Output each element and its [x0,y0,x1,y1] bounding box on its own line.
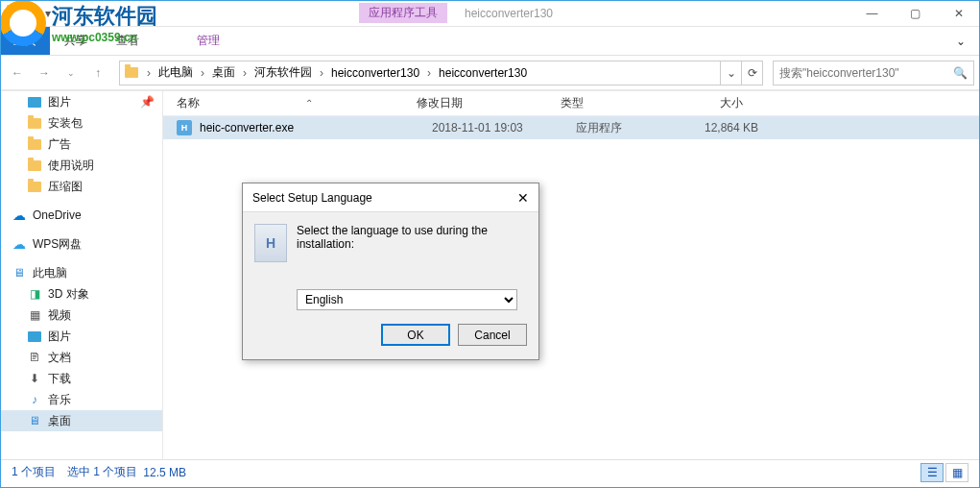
sidebar-item-label: WPS网盘 [33,236,82,253]
ok-button[interactable]: OK [381,324,450,346]
breadcrumb-root[interactable]: 此电脑 [155,64,197,81]
download-icon: ⬇ [27,371,42,386]
language-select[interactable]: English [297,289,517,310]
ribbon: 主页 共享 查看 管理 ⌄ [0,27,980,56]
document-icon: 🖹 [27,350,42,365]
file-row[interactable]: H heic-converter.exe 2018-11-01 19:03 应用… [163,116,980,139]
file-size: 12,864 KB [672,121,758,134]
up-button[interactable]: ↑ [86,61,109,85]
sidebar-item-pictures[interactable]: 图片📌 [0,91,162,112]
file-type: 应用程序 [576,120,672,136]
status-selection: 选中 1 个项目 [67,464,137,480]
file-date: 2018-11-01 19:03 [432,121,576,134]
pc-icon: 🖥 [12,265,27,281]
music-icon: ♪ [27,392,42,407]
minimize-button[interactable]: — [850,0,894,27]
search-icon[interactable]: 🔍 [953,66,968,80]
search-input[interactable]: 🔍 [773,61,974,85]
contextual-tab[interactable]: 应用程序工具 [359,3,447,23]
breadcrumb-item[interactable]: heicconverter130 [435,66,531,80]
status-bar: 1 个项目 选中 1 个项目 12.5 MB ☰ ▦ [0,459,980,484]
tab-share[interactable]: 共享 [50,27,102,55]
dialog-titlebar[interactable]: Select Setup Language ✕ [243,183,538,212]
sidebar-item-videos[interactable]: ▦视频 [0,305,162,326]
view-details-button[interactable]: ☰ [920,463,944,482]
column-name[interactable]: 名称⌃ [177,95,417,111]
sidebar-item-wps[interactable]: ☁WPS网盘 [0,233,162,255]
sidebar-item-compressed[interactable]: 压缩图 [0,176,162,197]
sidebar-item-label: 视频 [48,307,71,324]
sidebar-item-downloads[interactable]: ⬇下载 [0,368,162,389]
breadcrumb-item[interactable]: 桌面 [208,64,239,81]
column-date[interactable]: 修改日期 [417,95,561,111]
recent-dropdown[interactable]: ⌄ [60,61,83,85]
sidebar-item-label: 此电脑 [33,265,67,281]
onedrive-icon: ☁ [12,207,27,223]
close-button[interactable]: ✕ [937,0,980,27]
view-icons-button[interactable]: ▦ [945,463,968,482]
back-button[interactable]: ← [6,61,29,85]
navbar: ← → ⌄ ↑ › 此电脑 › 桌面 › 河东软件园 › heicconvert… [0,56,980,90]
installer-icon: H [254,224,287,262]
tab-home[interactable]: 主页 [0,27,50,55]
tab-manage[interactable]: 管理 [182,27,234,55]
column-headers: 名称⌃ 修改日期 类型 大小 [163,91,980,116]
sidebar-item-pictures2[interactable]: 图片 [0,326,162,347]
properties-icon[interactable]: ▤ [23,6,38,21]
sidebar-item-label: OneDrive [33,208,82,222]
sidebar-item-onedrive[interactable]: ☁OneDrive [0,205,162,226]
sidebar-item-label: 使用说明 [48,158,94,174]
sidebar-item-label: 文档 [48,350,71,366]
exe-icon: H [177,120,192,135]
sidebar-item-music[interactable]: ♪音乐 [0,389,162,410]
cancel-button[interactable]: Cancel [458,324,527,346]
chevron-right-icon[interactable]: › [143,66,155,80]
sidebar-item-label: 3D 对象 [48,286,89,303]
cloud-icon: ☁ [12,236,27,252]
sidebar-item-thispc[interactable]: 🖥此电脑 [0,262,162,283]
sidebar-item-readme[interactable]: 使用说明 [0,155,162,176]
tab-view[interactable]: 查看 [102,27,154,55]
folder-icon [120,67,143,78]
status-size: 12.5 MB [143,466,186,479]
chevron-right-icon[interactable]: › [197,66,208,80]
sidebar-item-ads[interactable]: 广告 [0,134,162,155]
sidebar-item-label: 图片 [48,329,71,345]
sidebar-item-label: 压缩图 [48,179,83,195]
column-size[interactable]: 大小 [657,95,743,111]
sidebar-item-install[interactable]: 安装包 [0,112,162,134]
sidebar-item-desktop[interactable]: 🖥桌面 [0,410,162,431]
search-field[interactable] [779,66,953,80]
breadcrumb[interactable]: › 此电脑 › 桌面 › 河东软件园 › heicconverter130 › … [119,61,763,85]
refresh-button[interactable]: ⟳ [741,61,762,85]
breadcrumb-dropdown[interactable]: ⌄ [720,61,741,85]
breadcrumb-item[interactable]: heicconverter130 [327,66,423,80]
sidebar-item-label: 安装包 [48,115,83,132]
dialog-close-button[interactable]: ✕ [517,190,529,206]
pin-icon[interactable]: 📌 [140,95,155,109]
sidebar: 图片📌 安装包 广告 使用说明 压缩图 ☁OneDrive ☁WPS网盘 🖥此电… [0,91,163,459]
column-type[interactable]: 类型 [561,95,657,111]
sidebar-item-label: 图片 [48,94,71,110]
sort-asc-icon: ⌃ [305,98,313,109]
dialog-title: Select Setup Language [252,191,372,205]
window-title: heicconverter130 [465,7,553,20]
breadcrumb-item[interactable]: 河东软件园 [251,64,316,81]
chevron-right-icon[interactable]: › [316,66,327,80]
dialog-message: Select the language to use during the in… [297,224,527,262]
sidebar-item-documents[interactable]: 🖹文档 [0,347,162,368]
ribbon-expand-icon[interactable]: ⌄ [942,27,980,55]
titlebar: ▤ ▾ 应用程序工具 heicconverter130 — ▢ ✕ [0,0,980,27]
desktop-icon: 🖥 [27,413,42,428]
forward-button[interactable]: → [33,61,56,85]
chevron-right-icon[interactable]: › [423,66,435,80]
chevron-right-icon[interactable]: › [239,66,251,80]
sidebar-item-label: 广告 [48,136,71,153]
language-dialog: Select Setup Language ✕ H Select the lan… [242,183,539,360]
sidebar-item-3d[interactable]: ◨3D 对象 [0,283,162,305]
sidebar-item-label: 桌面 [48,413,71,429]
file-name: heic-converter.exe [200,121,432,134]
3d-icon: ◨ [27,286,42,302]
qat-dropdown-icon[interactable]: ▾ [40,6,56,21]
maximize-button[interactable]: ▢ [894,0,937,27]
